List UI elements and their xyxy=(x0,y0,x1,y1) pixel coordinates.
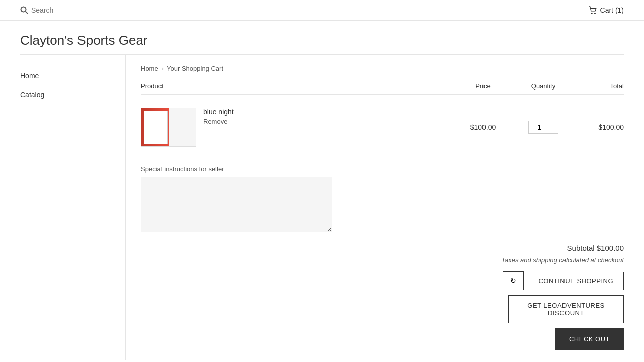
breadcrumb-home[interactable]: Home xyxy=(141,65,158,72)
checkout-button-row: CHECK OUT xyxy=(555,328,624,350)
cart-item-remove[interactable]: Remove xyxy=(203,118,234,125)
col-header-price: Price xyxy=(453,82,513,90)
refresh-button[interactable]: ↻ xyxy=(503,271,524,290)
get-discount-button[interactable]: GET LEOADVENTURES DISCOUNT xyxy=(508,295,624,323)
cart-item-price: $100.00 xyxy=(453,123,513,131)
cart-item-total: $100.00 xyxy=(574,123,624,131)
quantity-input[interactable] xyxy=(528,121,558,134)
cart-content: Home › Your Shopping Cart Product Price … xyxy=(126,55,624,360)
search-icon xyxy=(20,6,28,14)
header: Cart (1) xyxy=(0,0,644,21)
special-instructions-label: Special instructions for seller xyxy=(141,165,624,173)
svg-line-1 xyxy=(26,12,28,14)
breadcrumb-separator: › xyxy=(162,65,164,72)
special-instructions: Special instructions for seller xyxy=(141,165,624,234)
site-title: Clayton's Sports Gear xyxy=(0,21,644,54)
sidebar-item-catalog[interactable]: Catalog xyxy=(20,85,115,104)
cart-table-header: Product Price Quantity Total xyxy=(141,82,624,95)
col-header-total: Total xyxy=(574,82,624,90)
search-area xyxy=(20,6,119,14)
checkout-button[interactable]: CHECK OUT xyxy=(555,328,624,350)
sidebar-item-home[interactable]: Home xyxy=(20,67,115,85)
cart-item-product: blue night Remove xyxy=(141,108,453,147)
discount-button-row: GET LEOADVENTURES DISCOUNT xyxy=(141,295,624,323)
sidebar: Home Catalog xyxy=(20,55,126,360)
totals-section: Subtotal $100.00 Taxes and shipping calc… xyxy=(141,244,624,264)
cart-item-name: blue night xyxy=(203,108,234,116)
search-input[interactable] xyxy=(31,6,119,14)
special-instructions-textarea[interactable] xyxy=(141,177,332,232)
breadcrumb-current: Your Shopping Cart xyxy=(167,65,223,72)
top-buttons-row: ↻ CONTINUE SHOPPING xyxy=(503,271,624,290)
buttons-area: ↻ CONTINUE SHOPPING GET LEOADVENTURES DI… xyxy=(141,271,624,350)
cart-item-info: blue night Remove xyxy=(203,108,234,125)
svg-point-0 xyxy=(21,7,26,12)
col-header-quantity: Quantity xyxy=(513,82,574,90)
subtotal-label: Subtotal $100.00 xyxy=(567,244,624,252)
cart-item: blue night Remove $100.00 $100.00 xyxy=(141,100,624,155)
svg-point-3 xyxy=(594,13,596,14)
product-image xyxy=(141,108,196,147)
refresh-icon: ↻ xyxy=(510,277,516,285)
cart-item-quantity xyxy=(513,121,574,134)
cart-icon xyxy=(588,6,597,14)
continue-shopping-button[interactable]: CONTINUE SHOPPING xyxy=(528,272,624,290)
svg-point-2 xyxy=(591,13,592,14)
breadcrumb: Home › Your Shopping Cart xyxy=(141,65,624,72)
col-header-product: Product xyxy=(141,82,453,90)
cart-icon-area[interactable]: Cart (1) xyxy=(588,6,624,14)
taxes-label: Taxes and shipping calculated at checkou… xyxy=(501,256,624,264)
cart-label: Cart (1) xyxy=(600,6,624,14)
main-layout: Home Catalog Home › Your Shopping Cart P… xyxy=(0,55,644,360)
